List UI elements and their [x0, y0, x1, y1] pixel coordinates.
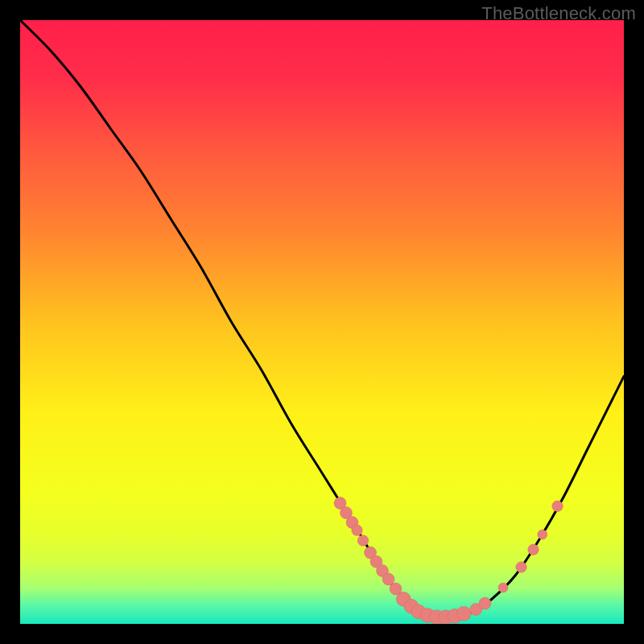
data-marker: [538, 530, 547, 539]
data-marker: [498, 583, 508, 592]
watermark-text: TheBottleneck.com: [481, 3, 636, 24]
data-marker: [479, 597, 491, 609]
gradient-background: [20, 20, 624, 624]
data-marker: [516, 562, 527, 573]
data-marker: [352, 525, 363, 536]
chart-svg: [20, 20, 624, 624]
data-marker: [456, 606, 471, 621]
data-marker: [357, 535, 369, 547]
data-marker: [552, 501, 564, 512]
data-marker: [528, 544, 539, 555]
chart-frame: TheBottleneck.com: [0, 0, 644, 644]
plot-area: [20, 20, 624, 624]
